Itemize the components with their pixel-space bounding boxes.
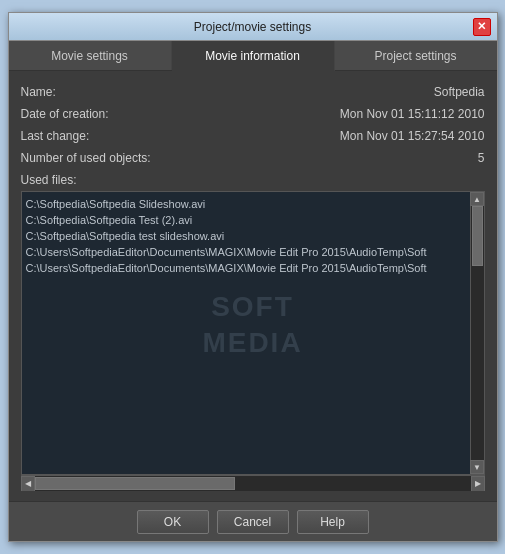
lastchange-row: Last change: Mon Nov 01 15:27:54 2010	[21, 125, 485, 147]
list-item: C:\Softpedia\Softpedia Test (2).avi	[26, 212, 466, 228]
title-bar: Project/movie settings ✕	[9, 13, 497, 41]
objects-value: 5	[478, 151, 485, 165]
files-list: C:\Softpedia\Softpedia Slideshow.avi C:\…	[22, 192, 470, 474]
date-row: Date of creation: Mon Nov 01 15:11:12 20…	[21, 103, 485, 125]
name-value: Softpedia	[434, 85, 485, 99]
scroll-right-button[interactable]: ▶	[471, 476, 485, 492]
scroll-track-vertical	[471, 206, 484, 460]
date-label: Date of creation:	[21, 107, 109, 121]
tab-movie-information[interactable]: Movie information	[172, 41, 335, 71]
lastchange-value: Mon Nov 01 15:27:54 2010	[340, 129, 485, 143]
tab-project-settings[interactable]: Project settings	[335, 41, 497, 70]
close-button[interactable]: ✕	[473, 18, 491, 36]
footer: OK Cancel Help	[9, 501, 497, 541]
ok-button[interactable]: OK	[137, 510, 209, 534]
list-item: C:\Users\SoftpediaEditor\Documents\MAGIX…	[26, 244, 466, 260]
list-item: C:\Softpedia\Softpedia Slideshow.avi	[26, 196, 466, 212]
cancel-button[interactable]: Cancel	[217, 510, 289, 534]
date-value: Mon Nov 01 15:11:12 2010	[340, 107, 485, 121]
name-label: Name:	[21, 85, 56, 99]
scroll-thumb-vertical[interactable]	[472, 206, 483, 266]
files-container: C:\Softpedia\Softpedia Slideshow.avi C:\…	[21, 191, 485, 475]
scrollbar-vertical[interactable]: ▲ ▼	[470, 192, 484, 474]
list-item: C:\Users\SoftpediaEditor\Documents\MAGIX…	[26, 260, 466, 276]
scroll-thumb-horizontal[interactable]	[35, 477, 235, 490]
tab-movie-settings[interactable]: Movie settings	[9, 41, 172, 70]
files-label: Used files:	[21, 169, 485, 191]
lastchange-label: Last change:	[21, 129, 90, 143]
content-area: Name: Softpedia Date of creation: Mon No…	[9, 71, 497, 501]
scroll-track-horizontal	[35, 476, 471, 491]
scroll-down-button[interactable]: ▼	[470, 460, 484, 474]
scrollbar-horizontal[interactable]: ◀ ▶	[21, 475, 485, 491]
objects-label: Number of used objects:	[21, 151, 151, 165]
window-title: Project/movie settings	[33, 20, 473, 34]
tab-bar: Movie settings Movie information Project…	[9, 41, 497, 71]
name-row: Name: Softpedia	[21, 81, 485, 103]
help-button[interactable]: Help	[297, 510, 369, 534]
objects-row: Number of used objects: 5	[21, 147, 485, 169]
scroll-up-button[interactable]: ▲	[470, 192, 484, 206]
scroll-left-button[interactable]: ◀	[21, 476, 35, 492]
main-window: Project/movie settings ✕ Movie settings …	[8, 12, 498, 542]
list-item: C:\Softpedia\Softpedia test slideshow.av…	[26, 228, 466, 244]
